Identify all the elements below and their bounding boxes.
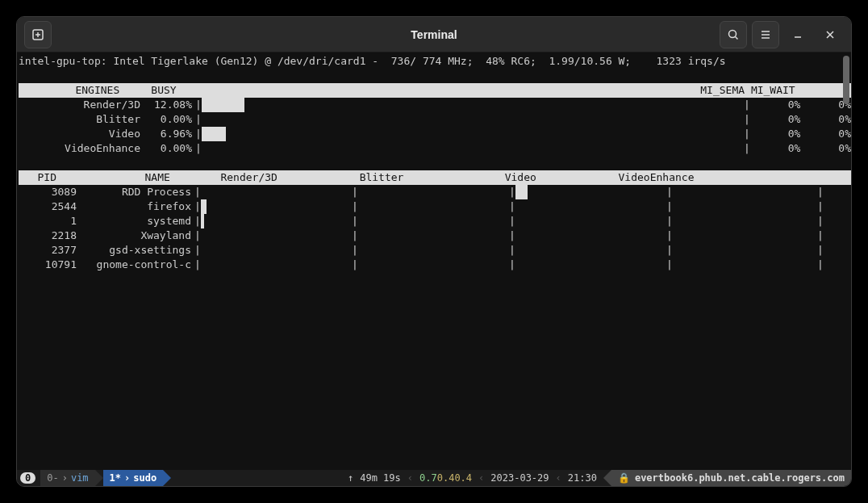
powerline-arrow-icon <box>163 470 171 486</box>
mi-wait: 0% <box>800 141 851 156</box>
proc-engine-cell: | <box>509 228 666 243</box>
load-5: 0.4 <box>437 472 455 484</box>
cell-divider: | <box>352 258 358 272</box>
search-icon <box>727 28 740 41</box>
mi-sema: 0% <box>750 112 801 127</box>
engine-name: Render/3D <box>19 98 144 112</box>
cell-divider: | <box>352 214 358 228</box>
engine-row: Blitter0.00% || 0% 0% <box>19 112 851 127</box>
cell-divider: | <box>509 258 515 272</box>
date-segment: 2023-03-29 <box>484 470 555 486</box>
engine-name: Blitter <box>19 112 144 127</box>
proc-engine-cell: | <box>352 228 509 243</box>
tab-0[interactable]: 0- › vim <box>40 470 94 486</box>
engine-busy: 6.96% <box>144 127 195 141</box>
cell-divider: | <box>194 199 201 214</box>
cell-divider: | <box>666 258 673 272</box>
proc-bar-fill <box>201 199 207 214</box>
uptime-arrow-icon: ↑ <box>348 472 353 484</box>
mi-sema: 0% <box>750 127 801 141</box>
cell-divider: | <box>509 214 515 228</box>
tmux-statusbar: 0 0- › vim 1* › sudo ↑ 49m 19s ‹ 0.7 0.4… <box>17 470 851 486</box>
proc-engine-cell: | <box>194 185 352 199</box>
tab-1-active[interactable]: 1* › sudo <box>103 470 164 486</box>
summary-line: intel-gpu-top: Intel Tigerlake (Gen12) @… <box>19 54 851 69</box>
search-button[interactable] <box>720 21 747 48</box>
tab-0-index: 0- <box>47 472 58 484</box>
engine-busy: 0.00% <box>144 141 195 156</box>
load-segment: 0.7 0.4 0.4 <box>413 470 478 486</box>
close-icon <box>824 28 837 41</box>
hostname: evertbook6.phub.net.cable.rogers.com <box>635 472 845 484</box>
proc-engine-cell: | <box>509 199 666 214</box>
time-value: 21:30 <box>568 472 597 484</box>
proc-engine-cell: || <box>666 243 824 258</box>
proc-engine-cell: | <box>352 243 509 258</box>
powerline-arrow-icon <box>603 470 611 486</box>
minimize-button[interactable] <box>784 21 812 48</box>
new-tab-icon <box>31 28 44 41</box>
proc-bar-fill <box>515 185 528 199</box>
cell-divider: | <box>352 228 358 243</box>
process-name: RDD Process <box>80 185 194 199</box>
cell-divider: | <box>509 243 515 258</box>
terminal-viewport[interactable]: intel-gpu-top: Intel Tigerlake (Gen12) @… <box>17 52 851 470</box>
menu-button[interactable] <box>752 21 779 48</box>
close-button[interactable] <box>816 21 844 48</box>
cell-divider: | <box>194 214 201 228</box>
time-segment: 21:30 <box>561 470 603 486</box>
tab-0-cmd: vim <box>71 472 89 484</box>
proc-engine-cell: | <box>509 185 666 199</box>
proc-engine-cell: | <box>194 228 352 243</box>
tab-1-cmd: sudo <box>133 472 156 484</box>
engines-table: Render/3D12.08% || 0% 0% Blitter0.00% ||… <box>19 98 851 156</box>
powerline-arrow-icon <box>95 470 103 486</box>
new-tab-button[interactable] <box>24 21 52 48</box>
proc-engine-cell: || <box>666 228 824 243</box>
engine-bar-fill <box>202 98 244 112</box>
cell-divider: | <box>352 199 358 214</box>
process-table: 3089RDD Process|||||2544firefox|||||1sys… <box>19 185 851 272</box>
engine-row: Video6.96% || 0% 0% <box>19 127 851 141</box>
proc-engine-cell: | <box>352 185 509 199</box>
cell-divider: | <box>666 228 673 243</box>
terminal-window: Terminal intel-gpu-top: Intel Tigerla <box>16 16 852 487</box>
cell-divider: | <box>509 228 515 243</box>
engine-bar <box>202 141 744 156</box>
cell-divider: | <box>817 243 824 258</box>
engine-bar-fill <box>202 127 226 141</box>
engine-busy: 12.08% <box>144 98 195 112</box>
engine-bar <box>202 112 744 127</box>
svg-point-1 <box>729 30 737 37</box>
cell-divider: | <box>509 199 515 214</box>
mi-sema: 0% <box>750 141 801 156</box>
uptime-segment: ↑ 49m 19s <box>341 470 407 486</box>
proc-engine-cell: | <box>352 199 509 214</box>
process-row: 3089RDD Process||||| <box>19 185 851 199</box>
proc-bar-fill <box>201 214 204 228</box>
cell-divider: | <box>352 243 358 258</box>
titlebar: Terminal <box>17 17 851 52</box>
process-row: 2218Xwayland||||| <box>19 228 851 243</box>
mi-wait: 0% <box>800 112 851 127</box>
process-row: 1systemd||||| <box>19 214 851 228</box>
tab-1-index: 1* <box>110 472 121 484</box>
cell-divider: | <box>194 243 201 258</box>
proc-engine-cell: | <box>509 258 666 272</box>
engine-row: Render/3D12.08% || 0% 0% <box>19 98 851 112</box>
proc-engine-cell: | <box>509 214 666 228</box>
proc-engine-cell: || <box>666 258 824 272</box>
engine-name: VideoEnhance <box>19 141 144 156</box>
engines-header: ENGINES BUSY MI_SEMA MI_WAIT <box>19 83 851 98</box>
cell-divider: | <box>817 199 824 214</box>
minimize-icon <box>791 28 804 41</box>
lock-icon: 🔒 <box>618 472 630 484</box>
proc-engine-cell: | <box>509 243 666 258</box>
pid: 10791 <box>19 258 80 272</box>
proc-engine-cell: | <box>352 258 509 272</box>
bar-end: | <box>744 141 750 156</box>
cell-divider: | <box>352 185 358 199</box>
scrollbar-thumb[interactable] <box>843 56 849 104</box>
host-segment: 🔒 evertbook6.phub.net.cable.rogers.com <box>611 470 851 486</box>
proc-engine-cell: || <box>666 185 824 199</box>
